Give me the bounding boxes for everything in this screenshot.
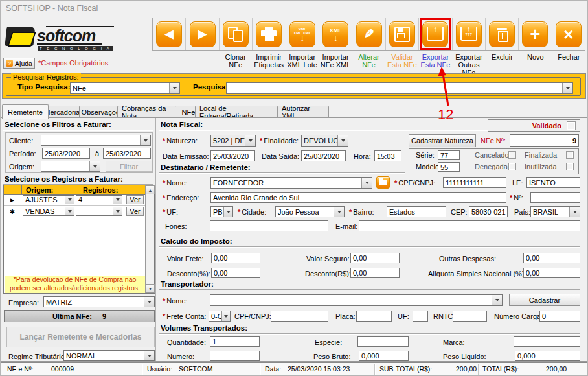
placa-input[interactable] [356, 311, 392, 322]
pesquisa-input[interactable] [226, 82, 573, 94]
periodo-to-input[interactable]: 25/03/2020 [103, 148, 151, 159]
chevron-down-icon[interactable] [221, 311, 230, 321]
chevron-down-icon[interactable] [140, 135, 150, 145]
fones-input[interactable] [210, 220, 328, 231]
chevron-down-icon[interactable] [65, 207, 74, 215]
chevron-down-icon[interactable] [569, 207, 580, 217]
scroll-up-icon[interactable]: ▲ [146, 185, 155, 194]
desconto-rs-input[interactable]: 0,00 [350, 268, 400, 278]
valor-frete-input[interactable]: 0,00 [211, 253, 260, 263]
denegada-checkbox[interactable] [508, 163, 516, 170]
tab-autorizar-xml[interactable]: Autorizar XML [277, 106, 329, 118]
data-saida-input[interactable]: 25/03/2020 [301, 150, 346, 161]
filtrar-button[interactable]: Filtrar [106, 161, 152, 172]
table-row[interactable]: ✱ VENDAS Ver [4, 206, 145, 217]
novo-button[interactable]: + [522, 21, 548, 47]
frete-conta-select[interactable]: 0-C [209, 311, 231, 322]
chevron-down-icon[interactable] [89, 161, 100, 171]
help-button[interactable]: ? Ajuda [3, 58, 35, 69]
pais-select[interactable]: BRASIL [530, 206, 580, 217]
table-row[interactable]: ► AJUSTES 4 Ver [4, 194, 145, 206]
cliente-select[interactable] [41, 135, 151, 146]
finalidade-select[interactable]: DEVOLUCAO [301, 135, 348, 147]
transp-uf-input[interactable] [413, 311, 428, 322]
serie-input[interactable]: 77 [438, 150, 460, 160]
dest-nome-select[interactable]: FORNECEDOR [210, 177, 372, 189]
periodo-from-input[interactable]: 25/03/2020 [42, 148, 90, 159]
row-origem-select[interactable]: VENDAS [23, 207, 74, 216]
chevron-down-icon[interactable] [169, 83, 179, 93]
chevron-down-icon[interactable] [245, 135, 255, 146]
lancar-remetente-button[interactable]: Lançar Remetente e Mercadorias [6, 327, 155, 347]
chevron-down-icon[interactable] [492, 295, 502, 305]
cpf-cnpj-input[interactable]: 11111111111 [443, 177, 506, 188]
chevron-down-icon[interactable] [65, 196, 74, 204]
data-emissao-input[interactable]: 25/03/2020 [210, 150, 255, 161]
vol-numero-input[interactable] [210, 351, 260, 361]
alterar-nfe-button[interactable]: ✎ [356, 21, 382, 47]
forward-button[interactable]: ▶ [190, 21, 216, 47]
origem-select[interactable] [41, 161, 100, 172]
rntc-input[interactable] [453, 311, 487, 322]
excluir-button[interactable] [489, 21, 515, 47]
importar-xml-lote-button[interactable]: XMLXML XML↓ [289, 21, 315, 47]
validar-esta-nfe-button[interactable] [389, 21, 415, 47]
chevron-down-icon[interactable] [113, 207, 122, 215]
validado-checkbox[interactable] [567, 121, 576, 130]
empresa-select[interactable]: MATRIZ [43, 296, 155, 307]
cadastrar-natureza-button[interactable]: Cadastrar Natureza [409, 134, 476, 147]
hora-input[interactable]: 15:03 [374, 150, 401, 161]
tab-remetente[interactable]: Remetente [2, 104, 49, 119]
finalizada-checkbox[interactable] [566, 151, 574, 159]
chevron-down-icon[interactable] [337, 135, 348, 146]
peso-liquido-input[interactable]: 0,000 [515, 351, 580, 361]
chevron-down-icon[interactable] [144, 297, 154, 307]
ver-button[interactable]: Ver [126, 207, 144, 216]
valor-seguro-input[interactable]: 0,00 [350, 253, 400, 263]
tab-cobrancas-da-nota[interactable]: Cobranças da Nota [117, 106, 183, 118]
modelo-input[interactable]: 55 [438, 162, 460, 172]
scroll-down-icon[interactable]: ▼ [146, 284, 155, 293]
row-registros-select[interactable]: 4 [76, 195, 122, 204]
chevron-down-icon[interactable] [562, 83, 572, 93]
ie-input[interactable]: ISENTO [526, 177, 580, 188]
numero-carga-input[interactable]: 0 [539, 311, 580, 322]
registros-scrollbar[interactable]: ▲ ▼ [145, 185, 154, 293]
inutilizada-checkbox[interactable] [566, 163, 574, 170]
outras-despesas-input[interactable]: 0,00 [523, 253, 580, 263]
regime-tributario-select[interactable]: NORMAL [63, 350, 155, 361]
exportar-outras-nfe-button[interactable]: ↑??? [456, 21, 482, 47]
cancelado-checkbox[interactable] [508, 151, 516, 159]
transp-cpf-input[interactable] [271, 311, 328, 322]
clonar-nfe-button[interactable] [223, 21, 249, 47]
tipo-pesquisa-select[interactable]: NFe [70, 82, 180, 94]
chevron-down-icon[interactable] [223, 207, 232, 217]
chevron-down-icon[interactable] [361, 178, 372, 188]
quantidade-input[interactable]: 1 [210, 336, 260, 347]
chevron-down-icon[interactable] [334, 207, 344, 217]
email-input[interactable] [359, 220, 580, 231]
nfe-numero-input[interactable]: 9 [510, 134, 579, 147]
numero-input[interactable] [530, 192, 580, 203]
open-folder-button[interactable] [376, 176, 390, 189]
peso-bruto-input[interactable]: 0,000 [359, 351, 409, 361]
ver-button[interactable]: Ver [126, 195, 144, 204]
cidade-select[interactable]: João Pessoa [275, 206, 345, 217]
marca-input[interactable] [514, 336, 580, 347]
chevron-down-icon[interactable] [113, 196, 122, 204]
tab-local-entrega-retirada[interactable]: Local de Entrega/Retirada [195, 106, 285, 118]
uf-select[interactable]: PB [210, 206, 233, 217]
transp-nome-select[interactable] [210, 294, 503, 306]
endereco-input[interactable]: Avenida Rio Grande do Sul [210, 192, 506, 203]
back-button[interactable]: ◀ [156, 21, 182, 47]
importar-nfe-xml-button[interactable]: XML↓ [322, 21, 348, 47]
aliquota-input[interactable]: 0,00 [523, 268, 580, 278]
row-origem-select[interactable]: AJUSTES [23, 195, 74, 204]
cep-input[interactable]: 58030-021 [469, 206, 508, 217]
row-registros-select[interactable] [76, 207, 122, 216]
cadastrar-transportador-button[interactable]: Cadastrar [509, 294, 580, 306]
chevron-down-icon[interactable] [144, 351, 154, 360]
fechar-button[interactable]: × [556, 21, 582, 47]
bairro-input[interactable]: Estados [387, 206, 446, 217]
natureza-select[interactable]: 5202 | DEVC [210, 135, 256, 147]
